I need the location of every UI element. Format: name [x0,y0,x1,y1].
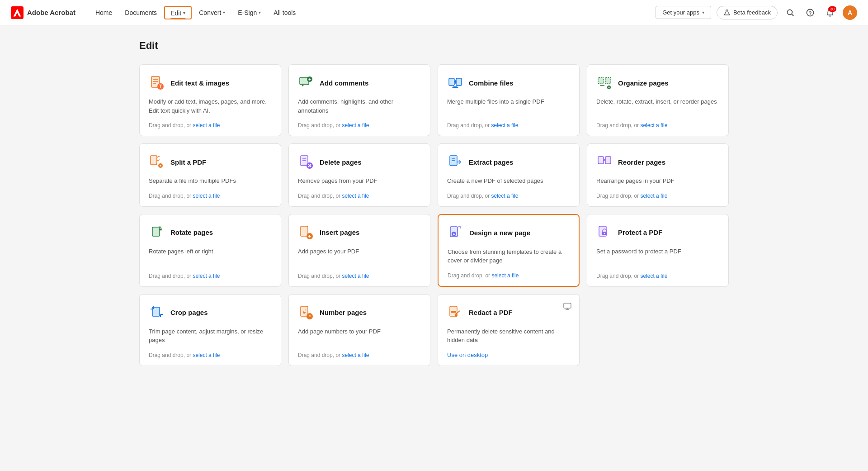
combine-files-icon [447,75,463,91]
tool-card-crop-pages[interactable]: Crop pages Trim page content, adjust mar… [139,294,281,366]
number-pages-icon: # # [298,304,314,321]
select-file-link[interactable]: select a file [491,272,519,279]
tool-drop-zone: Drag and drop, or select a file [149,122,272,128]
svg-text:+: + [608,86,610,90]
navbar-right: Get your apps ▾ Beta feedback ? [656,5,857,20]
nav-documents[interactable]: Documents [119,6,162,19]
nav-home[interactable]: Home [90,6,118,19]
tool-title: Add comments [320,79,368,87]
main-content: Edit T Edit text & images Modify or add … [118,25,750,381]
tool-desc: Delete, rotate, extract, insert, or reor… [596,97,719,115]
tool-drop-zone: Drag and drop, or select a file [298,352,421,358]
tool-card-protect-pdf[interactable]: Protect a PDF Set a password to protect … [587,214,729,287]
tool-drop-zone: Drag and drop, or select a file [298,122,421,128]
nav-esign[interactable]: E-Sign ▾ [232,6,266,19]
extract-pages-icon [447,154,463,170]
tool-desc: Create a new PDF of selected pages [447,176,570,186]
tool-card-redact-pdf[interactable]: Redact a PDF Permanently delete sensitiv… [438,294,580,366]
tool-card-extract-pages[interactable]: Extract pages Create a new PDF of select… [438,143,580,207]
tool-title: Organize pages [618,79,669,87]
select-file-link[interactable]: select a file [640,193,667,199]
nav-convert[interactable]: Convert ▾ [193,6,231,19]
tool-header: + Organize pages [596,75,719,91]
select-file-link[interactable]: select a file [193,122,220,128]
select-file-link[interactable]: select a file [342,193,369,199]
svg-point-62 [455,314,458,317]
svg-text:T: T [159,84,162,89]
select-file-link[interactable]: select a file [491,193,518,199]
svg-rect-57 [564,303,571,308]
tool-header: Combine files [447,75,570,91]
tool-desc: Remove pages from your PDF [298,176,421,186]
search-icon [786,9,794,17]
nav-all-tools[interactable]: All tools [268,6,301,19]
tool-header: Delete pages [298,154,421,170]
navbar: Adobe Acrobat Home Documents Edit ▾ Conv… [0,0,868,25]
tool-title: Reorder pages [618,158,665,166]
select-file-link[interactable]: select a file [640,122,667,128]
tool-header: T Edit text & images [149,75,272,91]
tool-card-reorder-pages[interactable]: Reorder pages Rearrange pages in your PD… [587,143,729,207]
brand[interactable]: Adobe Acrobat [11,6,75,19]
tool-header: Protect a PDF [596,224,719,241]
select-file-link[interactable]: select a file [193,352,220,358]
svg-text:?: ? [809,10,812,15]
tool-card-insert-pages[interactable]: Insert pages Add pages to your PDF Drag … [288,214,430,287]
get-apps-button[interactable]: Get your apps ▾ [656,6,711,19]
app-name: Adobe Acrobat [27,9,75,16]
tool-card-combine-files[interactable]: Combine files Merge multiple files into … [438,64,580,136]
beta-feedback-button[interactable]: Beta feedback [717,6,778,19]
tool-drop-zone: Drag and drop, or select a file [149,352,272,358]
svg-rect-35 [605,157,611,164]
tool-card-number-pages[interactable]: # # Number pages Add page numbers to you… [288,294,430,366]
select-file-link[interactable]: select a file [193,273,220,279]
tool-header: Reorder pages [596,154,719,170]
tool-header: Redact a PDF [447,304,570,321]
use-on-desktop-link[interactable]: Use on desktop [447,352,570,358]
tool-title: Delete pages [320,158,362,166]
tool-card-organize-pages[interactable]: + Organize pages Delete, rotate, extract… [587,64,729,136]
tool-desc: Add pages to your PDF [298,247,421,266]
notification-count: 30 [828,6,836,12]
edit-chevron-icon: ▾ [183,10,185,15]
design-new-page-icon: A [448,225,464,241]
select-file-link[interactable]: select a file [342,122,369,128]
tool-desc: Permanently delete sensitive content and… [447,327,570,346]
tool-card-rotate-pages[interactable]: Rotate pages Rotate pages left or right … [139,214,281,287]
tool-drop-zone: Drag and drop, or select a file [596,193,719,199]
help-button[interactable]: ? [803,5,817,20]
select-file-link[interactable]: select a file [491,122,518,128]
redact-pdf-icon [447,304,463,321]
tool-desc: Separate a file into multiple PDFs [149,176,272,186]
add-comments-icon: + [298,75,314,91]
select-file-link[interactable]: select a file [193,193,220,199]
svg-rect-36 [152,227,160,236]
organize-pages-icon: + [596,75,613,91]
search-button[interactable] [783,5,797,20]
tool-title: Extract pages [469,158,513,166]
tool-header: # # Number pages [298,304,421,321]
tool-desc: Choose from stunning templates to create… [448,247,570,265]
svg-rect-18 [598,77,604,84]
tool-desc: Rearrange pages in your PDF [596,176,719,186]
svg-rect-34 [598,157,604,164]
tool-drop-zone: Drag and drop, or select a file [298,273,421,279]
tool-card-edit-text[interactable]: T Edit text & images Modify or add text,… [139,64,281,136]
notifications-button[interactable]: 30 [823,5,837,20]
edit-text-icon: T [149,75,165,91]
tool-title: Protect a PDF [618,228,662,236]
svg-text:#: # [303,309,306,315]
tool-desc: Set a password to protect a PDF [596,247,719,266]
select-file-link[interactable]: select a file [640,273,667,279]
tool-card-delete-pages[interactable]: Delete pages Remove pages from your PDF … [288,143,430,207]
tool-card-design-new-page[interactable]: A Design a new page Choose from stunning… [438,214,580,287]
svg-text:#: # [308,314,311,319]
select-file-link[interactable]: select a file [342,352,369,358]
user-avatar[interactable]: A [843,5,857,20]
tool-card-add-comments[interactable]: + Add comments Add comments, highlights,… [288,64,430,136]
tool-card-split-pdf[interactable]: Split a PDF Separate a file into multipl… [139,143,281,207]
nav-edit[interactable]: Edit ▾ [164,6,192,19]
tool-header: Split a PDF [149,154,272,170]
select-file-link[interactable]: select a file [342,273,369,279]
get-apps-chevron-icon: ▾ [702,10,704,15]
